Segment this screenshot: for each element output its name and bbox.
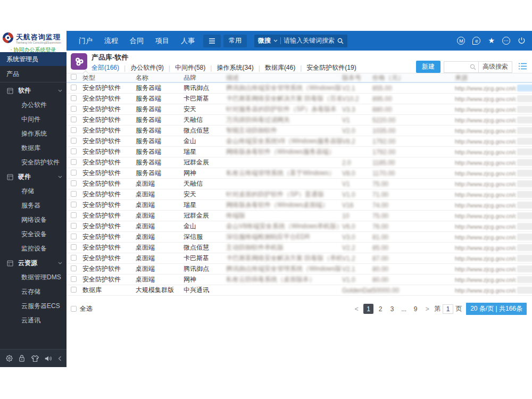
more-icon[interactable]: ··· bbox=[502, 37, 510, 45]
row-action-blur[interactable] bbox=[517, 276, 532, 283]
row-action-blur[interactable] bbox=[517, 191, 532, 198]
page-button[interactable]: 2 bbox=[376, 304, 385, 314]
table-row[interactable]: 安全防护软件服务器端天融信万兆级防病毒过滤网关V15220.00http://w… bbox=[66, 115, 532, 126]
sidebar-item[interactable]: 数据管理DMS bbox=[0, 270, 66, 285]
sidebar-item[interactable]: 安全设备 bbox=[0, 227, 66, 242]
sidebar-item[interactable]: 办公软件 bbox=[0, 98, 66, 112]
frequent-menu-button[interactable]: 常用 bbox=[223, 35, 247, 47]
page-number-input[interactable]: 1 bbox=[443, 304, 453, 314]
sidebar-item[interactable]: 网络设备 bbox=[0, 213, 66, 227]
sidebar-item[interactable]: 存储 bbox=[0, 184, 66, 198]
row-checkbox[interactable] bbox=[71, 117, 77, 122]
row-action-blur[interactable] bbox=[517, 212, 532, 219]
search-scope-label[interactable]: 微搜 bbox=[258, 36, 271, 45]
row-checkbox[interactable] bbox=[71, 191, 77, 197]
sidebar-group[interactable]: 云资源 bbox=[0, 256, 66, 270]
row-checkbox[interactable] bbox=[71, 212, 77, 218]
row-checkbox[interactable] bbox=[71, 276, 77, 282]
table-row[interactable]: 安全防护软件桌面端瑞星网络版杀毒软件（Windows桌面端）V1674.00ht… bbox=[66, 200, 532, 211]
row-checkbox[interactable] bbox=[71, 85, 77, 90]
message-icon[interactable]: e bbox=[472, 37, 480, 45]
row-checkbox[interactable] bbox=[71, 255, 77, 261]
row-action-blur[interactable] bbox=[517, 138, 532, 145]
row-checkbox[interactable] bbox=[71, 234, 77, 239]
table-row[interactable]: 安全防护软件桌面端网神私有云防病毒系统（桌面版本）V1.080.00http:/… bbox=[66, 275, 532, 285]
sidebar-item[interactable]: 云服务器ECS bbox=[0, 299, 66, 313]
sidebar-item[interactable]: 中间件 bbox=[0, 112, 66, 127]
table-row[interactable]: 安全防护软件桌面端卡巴斯基卡巴斯基网络安全解决方案 防毒版（单机） - 10..… bbox=[66, 253, 532, 264]
table-row[interactable]: 安全防护软件桌面端冠群金辰终端版1075.00http://www.zjcg.g… bbox=[66, 211, 532, 221]
power-icon[interactable] bbox=[518, 37, 526, 45]
sidebar-item[interactable]: 服务器 bbox=[0, 198, 66, 213]
row-checkbox[interactable] bbox=[71, 106, 77, 112]
row-action-blur[interactable] bbox=[517, 202, 532, 209]
table-row[interactable]: 安全防护软件桌面端安天针对桌面的防护软件（SP）普通版V1.071.00http… bbox=[66, 189, 532, 200]
row-action-blur[interactable] bbox=[517, 170, 532, 177]
table-row[interactable]: 安全防护软件桌面端深信服深信服终端检测响应平台EDRV3.081.00http:… bbox=[66, 232, 532, 243]
table-row[interactable]: 安全防护软件桌面端微点佰慧主动防御软件单机版V2.285.00http://ww… bbox=[66, 243, 532, 253]
sidebar-group[interactable]: 软件 bbox=[0, 84, 66, 98]
search-icon[interactable] bbox=[470, 64, 476, 70]
table-row[interactable]: 安全防护软件桌面端腾讯御点腾讯御点终端安全管理系统（Windows版）V2.1V… bbox=[66, 264, 532, 275]
row-checkbox[interactable] bbox=[71, 127, 77, 133]
nav-item[interactable]: 合同 bbox=[130, 36, 144, 46]
sound-icon[interactable] bbox=[44, 355, 53, 362]
nav-item[interactable]: 门户 bbox=[79, 36, 93, 46]
category-tab[interactable]: 办公软件(9) bbox=[130, 63, 164, 72]
sidebar-item[interactable]: 云存储 bbox=[0, 285, 66, 299]
row-checkbox[interactable] bbox=[71, 159, 77, 165]
select-all-header-checkbox[interactable] bbox=[71, 74, 77, 80]
nav-item[interactable]: 项目 bbox=[155, 36, 169, 46]
table-row[interactable]: 数据库大规模集群版中兴通讯GoldenData s...50000.00http… bbox=[66, 285, 532, 296]
per-page-total-button[interactable]: 20 条/页 | 共166条 bbox=[466, 303, 527, 315]
row-checkbox[interactable] bbox=[71, 244, 77, 250]
row-checkbox[interactable] bbox=[71, 95, 77, 101]
category-tab[interactable]: 数据库(46) bbox=[265, 63, 295, 72]
m-badge-icon[interactable]: M bbox=[457, 37, 465, 45]
sidebar-item[interactable]: 监控设备 bbox=[0, 242, 66, 256]
collapse-chevron-icon[interactable] bbox=[58, 356, 62, 361]
sidebar-item[interactable]: 安全防护软件 bbox=[0, 155, 66, 170]
row-checkbox[interactable] bbox=[71, 265, 77, 271]
favorite-star-icon[interactable]: ★ bbox=[488, 37, 495, 45]
table-row[interactable]: 安全防护软件服务器端网神私有云终端管理系统（基于Windows）V8.01170… bbox=[66, 168, 532, 179]
sidebar-item[interactable]: 操作系统 bbox=[0, 127, 66, 141]
advanced-search-link[interactable]: 高级搜索 bbox=[479, 62, 512, 71]
table-row[interactable]: 安全防护软件服务器端金山金山终端安全系统V8（Windows服务器版）V8.21… bbox=[66, 136, 532, 147]
row-checkbox[interactable] bbox=[71, 170, 77, 176]
row-action-blur[interactable] bbox=[517, 244, 532, 251]
menu-grid-button[interactable] bbox=[203, 35, 221, 47]
sidebar-item[interactable]: 数据库 bbox=[0, 141, 66, 155]
row-action-blur[interactable] bbox=[517, 159, 532, 166]
table-row[interactable]: 安全防护软件桌面端天融信V175.00http://www.zjcg.gov.c… bbox=[66, 179, 532, 189]
row-action-blur[interactable] bbox=[517, 85, 532, 92]
table-search-input[interactable] bbox=[444, 62, 470, 72]
row-action-blur[interactable] bbox=[517, 95, 532, 102]
lock-icon[interactable] bbox=[18, 354, 26, 362]
table-row[interactable]: 安全防护软件服务器端冠群金辰2.01185.00http://www.zjcg.… bbox=[66, 157, 532, 168]
row-checkbox[interactable] bbox=[71, 287, 77, 293]
page-button[interactable]: 1 bbox=[363, 304, 373, 314]
row-action-blur[interactable] bbox=[517, 148, 532, 155]
row-checkbox[interactable] bbox=[71, 223, 77, 229]
table-row[interactable]: 安全防护软件桌面端金山金山V8终端安全系统（Windows单机版）V6.076.… bbox=[66, 221, 532, 232]
row-action-blur[interactable] bbox=[517, 223, 532, 230]
sidebar-section-product[interactable]: 产品 bbox=[0, 67, 66, 81]
table-row[interactable]: 安全防护软件服务器端腾讯御点腾讯御点终端安全管理系统（Windows版）V2.1… bbox=[66, 83, 532, 94]
sidebar-item[interactable]: 云通讯 bbox=[0, 313, 66, 328]
table-row[interactable]: 安全防护软件服务器端安天针对服务器的防护软件（SP）杀毒版本V3.3880.00… bbox=[66, 104, 532, 115]
row-checkbox[interactable] bbox=[71, 148, 77, 154]
row-checkbox[interactable] bbox=[71, 202, 77, 207]
category-tab[interactable]: 安全防护软件(19) bbox=[306, 63, 356, 72]
nav-item[interactable]: 人事 bbox=[181, 36, 195, 46]
row-action-blur[interactable] bbox=[517, 265, 532, 272]
row-action-blur[interactable] bbox=[517, 117, 532, 123]
category-tab[interactable]: 全部(166) bbox=[92, 63, 119, 72]
table-row[interactable]: 安全防护软件服务器端卡巴斯基卡巴斯基网络安全解决方案 防毒版（百名...V10.… bbox=[66, 94, 532, 104]
row-action-blur[interactable] bbox=[517, 287, 532, 294]
table-row[interactable]: 安全防护软件服务器端瑞星网络版杀毒软件（Windows服务器端）1792.00h… bbox=[66, 147, 532, 157]
theme-shirt-icon[interactable] bbox=[31, 355, 39, 362]
new-button[interactable]: 新建 bbox=[416, 61, 440, 73]
row-checkbox[interactable] bbox=[71, 138, 77, 144]
next-page-button[interactable]: > bbox=[422, 304, 432, 314]
